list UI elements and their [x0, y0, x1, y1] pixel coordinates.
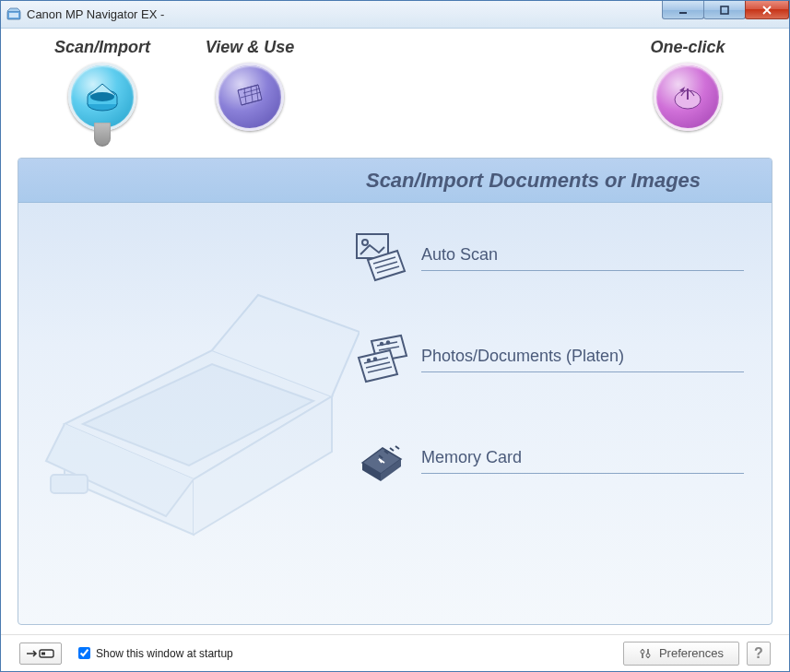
switch-mode-button[interactable] — [19, 643, 62, 665]
panel-title: Scan/Import Documents or Images — [366, 169, 701, 193]
tab-label: View & Use — [206, 38, 294, 57]
scan-options-list: Auto Scan — [348, 230, 744, 535]
option-photos-documents[interactable]: Photos/Documents (Platen) — [348, 332, 744, 387]
startup-checkbox-label: Show this window at startup — [96, 647, 233, 660]
scan-import-icon — [68, 63, 136, 131]
one-click-icon — [654, 63, 722, 131]
mode-tabs: Scan/Import View & Use — [1, 29, 789, 158]
help-label: ? — [754, 645, 763, 662]
preferences-label: Preferences — [659, 646, 724, 660]
svg-rect-1 — [9, 13, 18, 18]
svg-point-11 — [386, 340, 390, 344]
panel-body: Auto Scan — [18, 203, 772, 624]
svg-point-13 — [373, 357, 377, 360]
svg-rect-3 — [721, 6, 728, 14]
help-button[interactable]: ? — [747, 642, 771, 666]
maximize-button[interactable] — [703, 1, 746, 19]
close-button[interactable] — [745, 1, 789, 19]
tab-scan-import[interactable]: Scan/Import — [29, 38, 176, 131]
startup-checkbox-input[interactable] — [78, 647, 90, 659]
svg-point-16 — [641, 650, 644, 654]
minimize-button[interactable] — [662, 1, 704, 19]
footer-bar: Show this window at startup Preferences … — [1, 634, 789, 671]
scanner-illustration-icon — [28, 258, 360, 553]
panel-header: Scan/Import Documents or Images — [18, 159, 772, 203]
window-controls — [663, 1, 789, 19]
show-at-startup-checkbox[interactable]: Show this window at startup — [78, 647, 233, 660]
content-panel: Scan/Import Documents or Images — [18, 158, 772, 625]
active-tab-pointer-icon — [94, 123, 111, 147]
option-label: Auto Scan — [421, 245, 744, 271]
view-use-icon — [216, 63, 284, 131]
memory-card-icon — [348, 433, 412, 489]
photos-documents-icon — [348, 332, 412, 387]
svg-rect-2 — [679, 12, 687, 14]
option-memory-card[interactable]: Memory Card — [348, 433, 744, 489]
app-window: Canon MP Navigator EX - Scan/Import — [0, 0, 790, 672]
option-label: Photos/Documents (Platen) — [421, 347, 744, 372]
svg-point-10 — [380, 342, 383, 346]
title-bar: Canon MP Navigator EX - — [1, 1, 789, 29]
tab-view-use[interactable]: View & Use — [176, 38, 324, 131]
option-label: Memory Card — [421, 448, 744, 474]
auto-scan-icon — [348, 230, 412, 286]
tab-label: One-click — [650, 38, 725, 57]
preferences-button[interactable]: Preferences — [623, 642, 739, 666]
svg-point-12 — [367, 359, 371, 362]
svg-rect-15 — [41, 652, 45, 654]
sliders-icon — [639, 647, 652, 660]
tab-one-click[interactable]: One-click — [614, 38, 761, 131]
svg-point-17 — [646, 654, 650, 657]
option-auto-scan[interactable]: Auto Scan — [348, 230, 744, 286]
window-title: Canon MP Navigator EX - — [27, 7, 164, 21]
svg-point-9 — [362, 240, 368, 245]
svg-rect-7 — [51, 475, 88, 493]
svg-point-5 — [90, 92, 114, 101]
tab-label: Scan/Import — [54, 38, 150, 57]
app-icon — [6, 7, 21, 22]
